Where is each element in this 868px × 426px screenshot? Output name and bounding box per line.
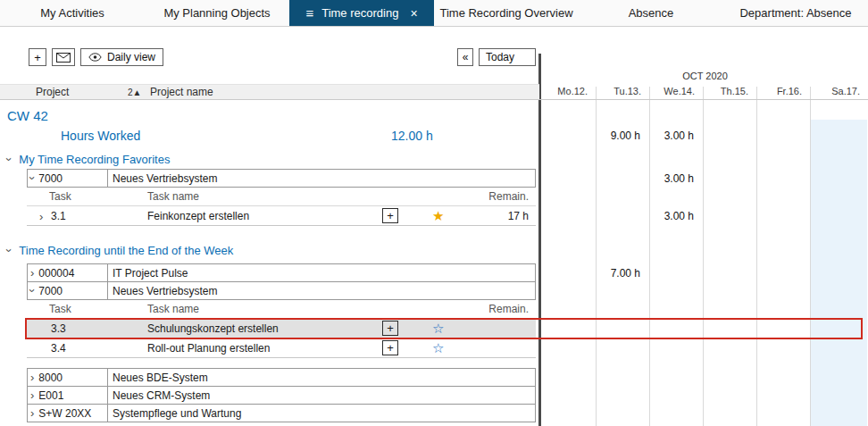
project-row[interactable]: › 000004 IT Project Pulse 7.00 h — [0, 263, 868, 282]
month-label: OCT 2020 — [542, 68, 868, 84]
section-header-favorites[interactable]: ›My Time Recording Favorites — [0, 151, 868, 169]
task-column-header: Task — [49, 188, 71, 206]
remain-column-header: Remain. — [447, 188, 529, 206]
project-row[interactable]: › S+W 20XX Systempflege und Wartung — [0, 404, 868, 422]
previous-week-button[interactable]: « — [457, 48, 473, 66]
tab-label: Time recording — [321, 6, 398, 20]
eye-icon — [88, 53, 102, 62]
task-name: Roll-out Planung erstellen — [147, 338, 270, 358]
project-name: IT Project Pulse — [113, 267, 188, 280]
chevron-right-icon[interactable]: › — [30, 372, 34, 383]
task-column-header: Task — [49, 300, 71, 319]
task-name-column-header: Task name — [147, 300, 199, 319]
task-row-selected[interactable]: 3.3 Schulungskonzept erstellen + ☆ — [0, 319, 868, 338]
day-header[interactable]: Fr.16. — [756, 84, 810, 99]
day-cells: 3.00 h — [542, 169, 868, 188]
project-row[interactable]: › 8000 Neues BDE-System — [0, 368, 868, 387]
project-row[interactable]: › 7000 Neues Vertriebsystem — [0, 281, 868, 300]
toolbar: + Daily view « — [0, 46, 539, 68]
day-header[interactable]: We.14. — [649, 84, 703, 99]
project-name: Neues Vertriebsystem — [113, 285, 217, 297]
day-cells: 3.00 h — [542, 206, 868, 226]
day-cell[interactable]: 7.00 h — [596, 267, 649, 280]
chevron-right-icon[interactable]: › — [30, 267, 34, 279]
add-button[interactable]: + — [29, 48, 46, 66]
section-title: Time Recording until the End of the Week — [19, 244, 233, 257]
favorite-star-icon[interactable]: ★ — [432, 206, 444, 226]
sort-ascending-icon[interactable]: 2▲ — [128, 85, 141, 100]
day-header[interactable]: Tu.13. — [596, 84, 649, 99]
time-recording-app: My Activities My Planning Objects ≡ Time… — [0, 0, 868, 426]
chevron-right-icon[interactable]: › — [39, 211, 43, 222]
project-name-column-header[interactable]: Project name — [150, 85, 213, 100]
selected-row-background — [27, 319, 536, 338]
day-cell[interactable]: 3.00 h — [649, 172, 703, 185]
project-name-cell[interactable]: Systempflege und Wartung — [108, 405, 535, 422]
project-id: 8000 — [38, 372, 63, 384]
tab-my-activities[interactable]: My Activities — [0, 0, 145, 26]
project-id: 7000 — [38, 285, 63, 297]
day-cell: 9.00 h — [596, 129, 649, 142]
daily-view-button[interactable]: Daily view — [80, 48, 163, 66]
task-row[interactable]: 3.4 Roll-out Planung erstellen + ☆ — [0, 338, 868, 358]
project-id-cell[interactable]: › E001 — [28, 387, 108, 404]
remain-column-header: Remain. — [447, 300, 529, 319]
tab-absence[interactable]: Absence — [579, 0, 723, 26]
section-header-week[interactable]: ›Time Recording until the End of the Wee… — [0, 242, 868, 260]
day-header[interactable]: Mo.12. — [542, 84, 596, 99]
day-header[interactable]: Sa.17. — [810, 84, 868, 99]
hamburger-menu-icon[interactable]: ≡ — [305, 5, 313, 21]
envelope-icon — [56, 53, 71, 63]
project-id: E001 — [38, 389, 63, 402]
add-time-entry-button[interactable]: + — [382, 340, 398, 355]
project-name-cell[interactable]: Neues CRM-System — [108, 387, 535, 404]
task-table-header: Task Task name Remain. — [0, 300, 868, 319]
favorite-star-outline-icon[interactable]: ☆ — [432, 338, 444, 358]
project-id-cell[interactable]: › 7000 — [28, 170, 108, 187]
chevron-down-icon[interactable]: › — [4, 157, 15, 161]
tab-my-planning-objects[interactable]: My Planning Objects — [145, 0, 289, 26]
project-id-cell[interactable]: › 000004 — [28, 264, 108, 281]
calendar-week-title: CW 42 — [0, 100, 868, 125]
project-name-cell[interactable]: IT Project Pulse — [108, 264, 535, 281]
chevron-down-icon[interactable]: › — [4, 248, 15, 252]
task-name: Feinkonzept erstellen — [147, 206, 249, 226]
day-cells — [542, 338, 868, 358]
task-name-column-header: Task name — [147, 188, 199, 206]
task-row[interactable]: › 3.1 Feinkonzept erstellen + ★ 17 h 3.0… — [0, 206, 868, 226]
project-id-cell[interactable]: › 8000 — [28, 369, 108, 386]
tab-time-recording[interactable]: ≡ Time recording × — [289, 0, 434, 26]
project-row[interactable]: › 7000 Neues Vertriebsystem 3.00 h — [0, 169, 868, 188]
day-headers: Mo.12. Tu.13. We.14. Th.15. Fr.16. Sa.17… — [539, 84, 868, 100]
project-id-cell[interactable]: › S+W 20XX — [28, 405, 108, 422]
project-id-cell[interactable]: › 7000 — [28, 282, 108, 299]
project-name-cell[interactable]: Neues Vertriebsystem — [108, 170, 535, 187]
project-name: Neues BDE-System — [113, 372, 208, 384]
content: + Daily view « — [0, 46, 868, 426]
tab-department-absence[interactable]: Department: Absence — [723, 0, 868, 26]
project-id: 7000 — [38, 172, 63, 185]
day-header[interactable]: Th.15. — [703, 84, 756, 99]
day-cell[interactable]: 3.00 h — [649, 210, 703, 222]
close-tab-icon[interactable]: × — [410, 6, 417, 21]
add-time-entry-button[interactable]: + — [382, 321, 398, 336]
chevron-right-icon[interactable]: › — [30, 407, 34, 419]
project-column-header[interactable]: Project — [36, 85, 69, 100]
mail-button[interactable] — [52, 48, 75, 66]
project-name-cell[interactable]: Neues BDE-System — [108, 369, 535, 386]
project-row[interactable]: › E001 Neues CRM-System — [0, 386, 868, 405]
tab-label: My Planning Objects — [163, 6, 270, 20]
chevron-down-icon[interactable]: › — [27, 288, 38, 292]
tab-label: Absence — [629, 6, 674, 20]
grid-header: Project 2▲ Project name — [0, 84, 539, 100]
chevron-down-icon[interactable]: › — [27, 176, 38, 180]
today-button[interactable]: Today — [479, 48, 536, 66]
favorite-star-outline-icon[interactable]: ☆ — [432, 319, 444, 338]
header-row: Project 2▲ Project name Mo.12. Tu.13. We… — [0, 84, 868, 100]
project-name: Neues Vertriebsystem — [113, 172, 217, 185]
tab-time-recording-overview[interactable]: Time Recording Overview — [434, 0, 579, 26]
chevron-right-icon[interactable]: › — [30, 389, 34, 401]
day-cells: 9.00 h 3.00 h — [542, 125, 868, 146]
project-name-cell[interactable]: Neues Vertriebsystem — [108, 282, 535, 299]
add-time-entry-button[interactable]: + — [382, 208, 398, 223]
